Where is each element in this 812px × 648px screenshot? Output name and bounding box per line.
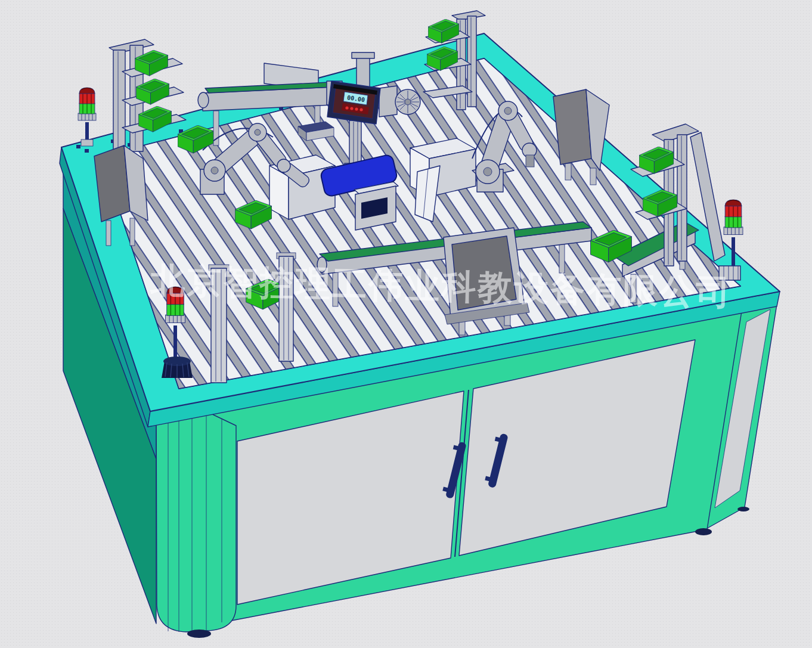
cabinet-foot-right [695,528,712,535]
panel-button[interactable] [350,107,353,110]
robot-wrist-joint [277,159,290,172]
gantry-cap [352,52,374,58]
cad-render-stage: 00.00 [0,0,812,648]
signal-lamp [724,200,743,235]
conveyor-roller [198,92,209,108]
cabinet-foot-left [187,630,211,638]
rack-post [467,16,476,107]
sorter-module [354,182,398,230]
panel-button[interactable] [345,106,348,109]
signal-lamp [78,88,96,120]
lamp-mount [81,139,93,146]
lamp-pole [173,325,177,360]
gantry-post [357,57,370,87]
signal-tower-rear-left [78,88,96,146]
robot-gripper [526,155,534,167]
panel-button[interactable] [359,108,362,111]
panel-button[interactable] [355,107,358,110]
motor-mount [379,86,397,117]
console-front-face [553,89,591,165]
motor [395,89,420,114]
cabinet-foot-rear-right [737,507,749,511]
lamp-pole [732,237,735,267]
rack-post [113,50,125,155]
rack-post [677,135,687,261]
workbench-3d-render: 00.00 [0,0,812,648]
signal-tower-right [719,200,743,280]
shelf-rack-rear-right [423,11,485,110]
display-pole [349,120,361,165]
